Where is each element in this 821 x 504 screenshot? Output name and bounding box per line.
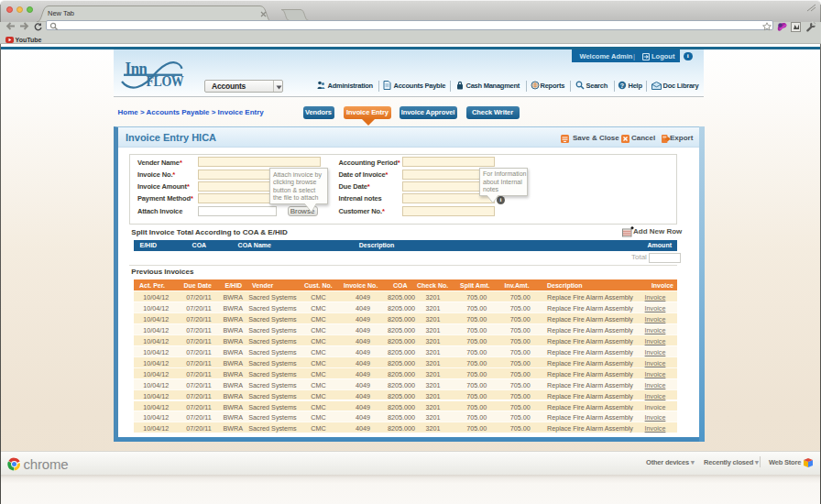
- svg-text:FLOW: FLOW: [146, 73, 183, 89]
- svg-text:Inn: Inn: [125, 58, 148, 79]
- svg-text:?: ?: [619, 82, 623, 89]
